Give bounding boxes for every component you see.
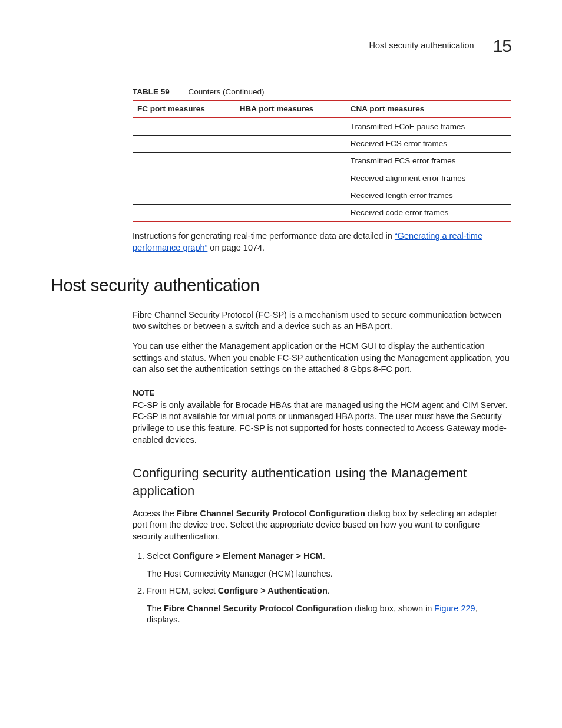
config-intro-paragraph: Access the Fibre Channel Security Protoc…	[133, 508, 511, 543]
table-cell: Transmitted FCS error frames	[346, 153, 511, 170]
instructions-prefix: Instructions for generating real-time pe…	[133, 231, 395, 241]
table-cell: Transmitted FCoE pause frames	[346, 118, 511, 136]
table-cell	[235, 153, 346, 170]
table-caption-text: Counters (Continued)	[189, 87, 265, 96]
step-2-prefix: From HCM, select	[147, 586, 218, 595]
step-1-suffix: .	[323, 551, 325, 561]
step-1-bold: Configure > Element Manager > HCM	[173, 551, 323, 561]
table-cell: Received code error frames	[346, 205, 511, 222]
table-col-hba: HBA port measures	[235, 100, 346, 118]
table-cell	[133, 170, 235, 187]
step-2-result-bold: Fibre Channel Security Protocol Configur…	[164, 604, 352, 613]
table-cell	[235, 187, 346, 204]
table-cell: Received FCS error frames	[346, 136, 511, 153]
table-cell: Received length error frames	[346, 187, 511, 204]
table-row: Received length error frames	[133, 187, 511, 204]
table-cell	[235, 118, 346, 136]
table-row: Received FCS error frames	[133, 136, 511, 153]
intro-paragraph-2: You can use either the Management applic…	[133, 341, 511, 375]
step-2: From HCM, select Configure > Authenticat…	[147, 585, 511, 626]
page: Host security authentication 15 TABLE 59…	[0, 0, 562, 728]
table-cell	[235, 170, 346, 187]
link-figure-229[interactable]: Figure 229	[434, 604, 475, 613]
step-2-result: The Fibre Channel Security Protocol Conf…	[147, 603, 511, 626]
table-col-fc: FC port measures	[133, 100, 235, 118]
table-cell	[133, 205, 235, 222]
step-2-bold: Configure > Authentication	[218, 586, 328, 595]
table-cell	[235, 136, 346, 153]
table-cell: Received alignment error frames	[346, 170, 511, 187]
heading-host-security-authentication: Host security authentication	[51, 274, 511, 298]
table-label: TABLE 59	[133, 87, 170, 96]
running-header-chapter-number: 15	[493, 36, 511, 55]
instructions-suffix: on page 1074.	[207, 243, 265, 252]
step-1-result: The Host Connectivity Manager (HCM) laun…	[147, 568, 511, 580]
table-block: TABLE 59 Counters (Continued) FC port me…	[133, 87, 511, 254]
table-cell	[133, 187, 235, 204]
counters-table: FC port measures HBA port measures CNA p…	[133, 100, 511, 223]
table-cell	[133, 153, 235, 170]
running-header-section: Host security authentication	[369, 41, 474, 50]
table-row: Transmitted FCoE pause frames	[133, 118, 511, 136]
table-cell	[133, 118, 235, 136]
steps-list: Select Configure > Element Manager > HCM…	[133, 551, 511, 626]
note-body: FC-SP is only available for Brocade HBAs…	[133, 400, 507, 444]
config-intro-prefix: Access the	[133, 509, 177, 518]
table-cell	[235, 205, 346, 222]
note-label: NOTE	[133, 388, 511, 398]
heading-configuring-security-auth: Configuring security authentication usin…	[133, 465, 511, 499]
step-2-result-mid: dialog box, shown in	[352, 604, 434, 613]
table-cell	[133, 136, 235, 153]
running-header: Host security authentication 15	[51, 34, 511, 58]
intro-paragraph-1: Fibre Channel Security Protocol (FC-SP) …	[133, 309, 511, 332]
step-1-prefix: Select	[147, 551, 173, 561]
step-2-result-prefix: The	[147, 604, 164, 613]
table-row: Transmitted FCS error frames	[133, 153, 511, 170]
step-2-suffix: .	[328, 586, 330, 595]
note-block: NOTE FC-SP is only available for Brocade…	[133, 384, 511, 446]
instructions-paragraph: Instructions for generating real-time pe…	[133, 230, 511, 253]
table-col-cna: CNA port measures	[346, 100, 511, 118]
step-1: Select Configure > Element Manager > HCM…	[147, 551, 511, 579]
table-row: Received alignment error frames	[133, 170, 511, 187]
table-row: Received code error frames	[133, 205, 511, 222]
section-body: Fibre Channel Security Protocol (FC-SP) …	[133, 309, 511, 626]
config-intro-bold: Fibre Channel Security Protocol Configur…	[177, 509, 365, 518]
table-caption: TABLE 59 Counters (Continued)	[133, 87, 511, 97]
